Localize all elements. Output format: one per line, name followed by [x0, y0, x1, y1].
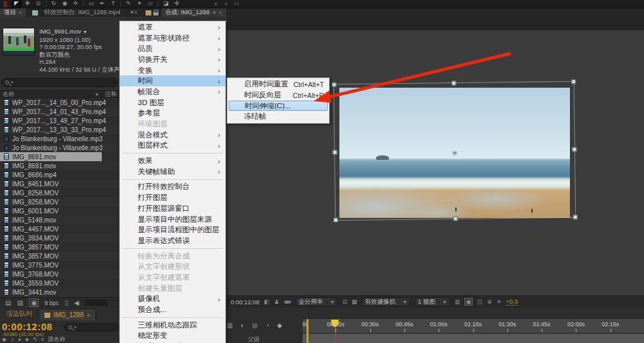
type-tool[interactable]: T [108, 0, 118, 8]
timeline-search-input[interactable]: ▾ [64, 323, 118, 331]
file-row[interactable]: IMG_4457.MOV [0, 224, 119, 233]
graph-editor-icon[interactable]: ◆ [277, 322, 282, 329]
close-icon[interactable]: × [19, 10, 22, 15]
file-row[interactable]: IMG_8686.mp4 [0, 170, 119, 179]
menu-item[interactable]: 三维相机动态跟踪 [120, 320, 225, 331]
menu-item[interactable]: 关键帧辅助› [120, 166, 225, 177]
tab-project[interactable]: 项目 × [0, 8, 26, 17]
file-row[interactable]: IMG_3441.mov [0, 288, 119, 297]
file-row[interactable]: IMG_8258.MOV [0, 188, 119, 197]
puppet-pin-tool[interactable]: ✜ [171, 0, 182, 8]
file-row[interactable]: IMG_6001.MOV [0, 206, 119, 215]
chevron-down-icon[interactable]: ▼ [212, 10, 216, 15]
lock-icon[interactable]: ◈ [25, 337, 29, 342]
chevron-down-icon[interactable]: ▼ [83, 30, 88, 34]
composition-viewer[interactable]: ✳ [227, 30, 644, 295]
close-icon[interactable]: × [87, 312, 90, 318]
resolution-dropdown[interactable]: 全分辨率 ▼ [296, 297, 338, 306]
exposure-value[interactable]: +0.0 [506, 298, 518, 306]
brush-tool[interactable]: ✎ [123, 0, 134, 8]
timeline-current-time[interactable]: 0:00:12:08 [2, 321, 52, 332]
camera-dropdown[interactable]: 有效摄像机 ▼ [362, 297, 410, 306]
panel-menu-icon[interactable]: ▼≡ [129, 10, 138, 15]
show-snapshot-icon[interactable]: ♟ [274, 299, 279, 305]
menu-item[interactable]: 品质› [120, 43, 225, 54]
project-column-headers[interactable]: 名称 ▼ 注释 [0, 90, 119, 98]
selection-handle[interactable] [572, 147, 576, 152]
menu-item[interactable]: 打开特效控制台 [120, 182, 225, 193]
tab-timeline-comp[interactable]: IMG_1288 × [39, 309, 96, 320]
menu-item[interactable]: 切换开关› [120, 54, 225, 65]
shape-tool[interactable]: ▭ [86, 0, 97, 8]
selection-handle[interactable] [334, 218, 338, 222]
submenu-item[interactable]: 时间伸缩(C)... [229, 101, 328, 111]
camera-tool[interactable]: ◉ [59, 0, 70, 8]
column-name[interactable]: 名称 [3, 90, 14, 99]
tab-effect-controls[interactable]: 特效控制台: IMG_1288.mp4 [41, 8, 124, 17]
menu-item[interactable]: 预合成... [120, 304, 225, 315]
file-row[interactable]: IMG_8451.MOV [0, 179, 119, 188]
timeline-icon[interactable]: ◫ [477, 299, 483, 305]
menu-item[interactable]: 打开图层源窗口 [120, 203, 225, 214]
selection-handle[interactable] [332, 83, 336, 87]
new-composition-icon[interactable]: ▣ [29, 299, 39, 307]
menu-item[interactable]: 帧混合› [120, 86, 225, 97]
selection-handle[interactable] [573, 215, 578, 219]
menu-item[interactable]: 3D 图层 [120, 97, 225, 108]
menu-item[interactable]: 显示表达式错误 [120, 235, 225, 246]
file-row[interactable]: IMG_3775.MOV [0, 260, 119, 270]
trash-icon[interactable]: ▯ [64, 299, 68, 306]
pixel-aspect-icon[interactable]: ▣ [464, 298, 473, 306]
file-row[interactable]: IMG_5148.mov [0, 215, 119, 224]
view-dropdown[interactable]: 1 视图 ▼ [415, 297, 450, 306]
flowchart-icon[interactable]: ⊕ [487, 299, 492, 305]
work-area-start-bracket[interactable] [307, 319, 308, 343]
menu-item[interactable]: 图层样式› [120, 141, 225, 152]
selection-handle[interactable] [332, 150, 337, 155]
file-row[interactable]: IMG_8258.MOV [0, 197, 119, 206]
menu-item[interactable]: 混合模式› [120, 130, 225, 141]
hand-tool[interactable]: ✥ [22, 0, 33, 8]
pan-behind-tool[interactable]: ✛ [70, 0, 81, 8]
file-row[interactable]: IMG_3559.MOV [0, 279, 119, 288]
submenu-item[interactable]: 冻结帧 [227, 111, 329, 122]
file-row[interactable]: WP_2017..._14_01_43_Pro.mp4 [0, 107, 119, 116]
menu-item[interactable]: 遮罩› [120, 22, 225, 33]
audio-icon[interactable]: ♫ [10, 337, 14, 342]
brainstorm-icon[interactable]: ◔ [265, 322, 269, 329]
rulers-icon[interactable]: ▥ [455, 299, 460, 305]
menu-item[interactable]: 显示项目流程图中的图层 [120, 224, 225, 235]
file-row[interactable]: IMG_3768.MOV [0, 270, 119, 279]
pen-tool[interactable]: ✒ [97, 0, 108, 8]
sort-icon[interactable]: ▼ [95, 92, 99, 97]
comp-current-time[interactable]: 0:00:12:08 [231, 299, 260, 306]
submenu-item[interactable]: 启用时间重置Ctrl+Alt+T [227, 79, 329, 90]
zoom-tool[interactable]: ⊙ [33, 0, 44, 8]
file-row[interactable]: IMG_8691.mov [0, 152, 119, 161]
selection-handle[interactable] [453, 216, 458, 220]
menu-item[interactable]: 摄像机› [120, 294, 225, 305]
project-search-input[interactable]: ▾ [1, 78, 118, 87]
file-row[interactable]: IMG_3857.MOV [0, 251, 119, 260]
interpret-footage-icon[interactable]: ▤ [5, 299, 11, 306]
selection-handle[interactable] [451, 81, 456, 85]
work-area-band[interactable] [303, 333, 644, 343]
eraser-tool[interactable]: ▱ [145, 0, 156, 8]
channels-icon[interactable] [284, 300, 291, 304]
menu-item[interactable]: 打开图层 [120, 192, 225, 203]
selection-handle[interactable] [571, 79, 576, 84]
close-icon[interactable]: × [219, 10, 222, 15]
bit-depth-label[interactable]: 8 bpc [44, 300, 59, 306]
collapse-icon[interactable]: ◀ [74, 299, 79, 306]
region-of-interest-icon[interactable]: ⊡ [342, 299, 347, 305]
horizontal-scrollbar[interactable] [85, 300, 107, 306]
menu-item[interactable]: 变换› [120, 65, 225, 76]
frame-blend-icon[interactable]: ◐ [240, 322, 244, 329]
menu-item[interactable]: 遮罩与形状路径› [120, 33, 225, 44]
file-row[interactable]: ♪Jo Blankenburg - Villanelle.mp3 [0, 143, 119, 152]
file-row[interactable]: ♪Jo Blankenburg - Villanelle.mp3 [0, 134, 119, 143]
lock-icon[interactable] [153, 10, 158, 15]
column-comment[interactable]: 注释 [105, 90, 117, 99]
new-folder-icon[interactable]: ▨ [17, 299, 23, 306]
menu-item[interactable]: 显示项目中的图层来源 [120, 214, 225, 225]
